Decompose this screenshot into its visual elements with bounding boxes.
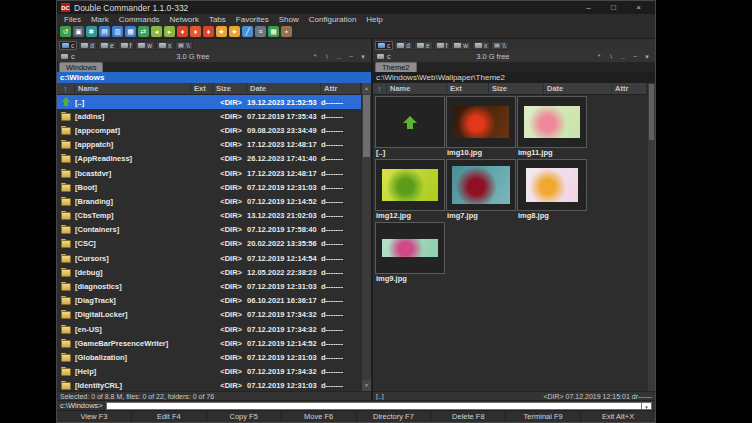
column-header-ext[interactable]: Ext — [191, 83, 213, 94]
terminal-icon[interactable]: ▣ — [73, 26, 84, 37]
function-key-f7[interactable]: Directory F7 — [357, 411, 431, 422]
thumbnails-view-icon[interactable]: ▦ — [125, 26, 136, 37]
path-shortcut-button[interactable]: .. — [619, 53, 627, 61]
find-files-icon[interactable]: ♦ — [177, 26, 188, 37]
current-drive[interactable]: c — [71, 52, 75, 61]
drive-button[interactable]: e — [414, 41, 433, 50]
table-row[interactable]: [diagnostics] <DIR> 07.12.2019 12:31:03 … — [57, 279, 371, 293]
network-drive-button[interactable]: \\ — [491, 41, 509, 50]
delete-icon[interactable]: ♦ — [203, 26, 214, 37]
command-line-input[interactable] — [106, 402, 642, 410]
right-scrollbar[interactable] — [647, 83, 655, 391]
menu-item-help[interactable]: Help — [361, 15, 387, 24]
function-key-f9[interactable]: Terminal F9 — [506, 411, 580, 422]
drive-button[interactable]: d — [78, 41, 97, 50]
menu-item-configuration[interactable]: Configuration — [304, 15, 362, 24]
drive-button[interactable]: w — [135, 41, 155, 50]
column-header-date[interactable]: Date — [544, 83, 612, 94]
table-row[interactable]: [debug] <DIR> 12.05.2022 22:38:23 d-----… — [57, 265, 371, 279]
thumbnail-item[interactable]: img12.jpg — [375, 159, 445, 221]
left-scrollbar[interactable]: ▲ ▼ — [361, 83, 371, 391]
scrollbar-thumb[interactable] — [649, 84, 654, 140]
table-row[interactable]: [IdentityCRL] <DIR> 07.12.2019 12:31:03 … — [57, 379, 371, 391]
function-key-f6[interactable]: Move F6 — [282, 411, 356, 422]
pack-icon[interactable]: ▦ — [268, 26, 279, 37]
minimize-button[interactable]: – — [576, 1, 601, 14]
table-row[interactable]: [apppatch] <DIR> 17.12.2023 12:48:17 d--… — [57, 138, 371, 152]
maximize-button[interactable]: □ — [601, 1, 626, 14]
thumbnail-item[interactable]: img8.jpg — [517, 159, 587, 221]
path-shortcut-button[interactable]: \ — [323, 53, 331, 61]
menu-item-commands[interactable]: Commands — [114, 15, 165, 24]
column-header-attr[interactable]: Attr — [612, 83, 647, 94]
path-bar[interactable]: c:\Windows — [57, 72, 371, 83]
path-shortcut-button[interactable]: * — [595, 53, 603, 61]
column-header-name[interactable]: Name — [75, 83, 191, 94]
command-history-dropdown-icon[interactable]: ▾ — [642, 402, 652, 410]
properties-icon[interactable]: ▪ — [281, 26, 292, 37]
thumbnail-item[interactable]: [..] — [375, 96, 445, 158]
function-key-f4[interactable]: Edit F4 — [132, 411, 206, 422]
table-row[interactable]: [Boot] <DIR> 07.12.2019 12:31:03 d------… — [57, 180, 371, 194]
drive-button[interactable]: f — [118, 41, 135, 50]
drive-button[interactable]: f — [434, 41, 451, 50]
copy-right-icon[interactable]: ▸ — [164, 26, 175, 37]
table-row[interactable]: [CbsTemp] <DIR> 13.12.2023 21:02:03 d---… — [57, 209, 371, 223]
wipe-icon[interactable]: ♦ — [190, 26, 201, 37]
path-shortcut-button[interactable]: − — [631, 53, 639, 61]
function-key-f5[interactable]: Copy F5 — [207, 411, 281, 422]
table-row[interactable]: [GameBarPresenceWriter] <DIR> 07.12.2019… — [57, 336, 371, 350]
close-button[interactable]: × — [626, 1, 651, 14]
swap-panels-icon[interactable]: ⇄ — [138, 26, 149, 37]
scroll-down-icon[interactable]: ▼ — [362, 380, 371, 391]
compare-icon[interactable]: ≡ — [255, 26, 266, 37]
menu-item-network[interactable]: Network — [165, 15, 204, 24]
function-key-f3[interactable]: View F3 — [57, 411, 131, 422]
table-row[interactable]: [CSC] <DIR> 20.02.2022 13:35:56 d------- — [57, 237, 371, 251]
menu-item-show[interactable]: Show — [274, 15, 304, 24]
options-icon[interactable]: ✱ — [86, 26, 97, 37]
table-row[interactable]: [DigitalLocker] <DIR> 07.12.2019 17:34:3… — [57, 308, 371, 322]
network-drive-button[interactable]: \\ — [175, 41, 193, 50]
table-row[interactable]: [Help] <DIR> 07.12.2019 17:34:32 d------… — [57, 365, 371, 379]
thumbnail-item[interactable]: img9.jpg — [375, 222, 445, 284]
path-shortcut-button[interactable]: \ — [607, 53, 615, 61]
column-header-size[interactable]: Size — [213, 83, 247, 94]
table-row[interactable]: [Globalization] <DIR> 07.12.2019 12:31:0… — [57, 350, 371, 364]
path-shortcut-button[interactable]: ▾ — [643, 53, 651, 61]
path-shortcut-button[interactable]: .. — [335, 53, 343, 61]
thumbnail-item[interactable]: img11.jpg — [517, 96, 587, 158]
table-row[interactable]: [en-US] <DIR> 07.12.2019 17:34:32 d-----… — [57, 322, 371, 336]
path-shortcut-button[interactable]: * — [311, 53, 319, 61]
table-row[interactable]: [appcompat] <DIR> 09.08.2023 23:34:49 d-… — [57, 123, 371, 137]
menu-item-favorites[interactable]: Favorites — [231, 15, 274, 24]
copy-left-icon[interactable]: ◂ — [151, 26, 162, 37]
drive-button[interactable]: x — [156, 41, 174, 50]
drive-button[interactable]: c — [375, 41, 393, 50]
table-row[interactable]: [bcastdvr] <DIR> 17.12.2023 12:48:17 d--… — [57, 166, 371, 180]
brief-view-icon[interactable]: ▤ — [99, 26, 110, 37]
table-row[interactable]: [addins] <DIR> 07.12.2019 17:35:43 d----… — [57, 109, 371, 123]
refresh-icon[interactable]: ↺ — [60, 26, 71, 37]
function-key-f8[interactable]: Delete F8 — [431, 411, 505, 422]
table-row[interactable]: [Branding] <DIR> 07.12.2019 12:14:52 d--… — [57, 194, 371, 208]
thumbnail-item[interactable]: img7.jpg — [446, 159, 516, 221]
table-row[interactable]: [..] <DIR> 19.12.2023 21:52:53 d------- — [57, 95, 371, 109]
column-header-size[interactable]: Size — [489, 83, 544, 94]
column-header-name[interactable]: Name — [387, 83, 447, 94]
menu-item-tabs[interactable]: Tabs — [204, 15, 231, 24]
table-row[interactable]: [AppReadiness] <DIR> 26.12.2023 17:41:40… — [57, 152, 371, 166]
column-header-attr[interactable]: Attr — [321, 83, 361, 94]
drive-button[interactable]: x — [472, 41, 490, 50]
thumbnail-item[interactable]: img10.jpg — [446, 96, 516, 158]
path-bar[interactable]: c:\Windows\Web\Wallpaper\Theme2 — [373, 72, 655, 83]
drive-button[interactable]: c — [59, 41, 77, 50]
sort-ascending-icon[interactable]: ↑ — [373, 83, 387, 94]
current-drive[interactable]: c — [387, 52, 391, 61]
table-row[interactable]: [Containers] <DIR> 07.12.2019 17:58:40 d… — [57, 223, 371, 237]
favorites-icon[interactable]: ★ — [216, 26, 227, 37]
table-row[interactable]: [Cursors] <DIR> 07.12.2019 12:14:54 d---… — [57, 251, 371, 265]
path-shortcut-button[interactable]: − — [347, 53, 355, 61]
tab-theme2[interactable]: Theme2 — [375, 62, 417, 72]
function-key-alt+x[interactable]: Exit Alt+X — [581, 411, 655, 422]
